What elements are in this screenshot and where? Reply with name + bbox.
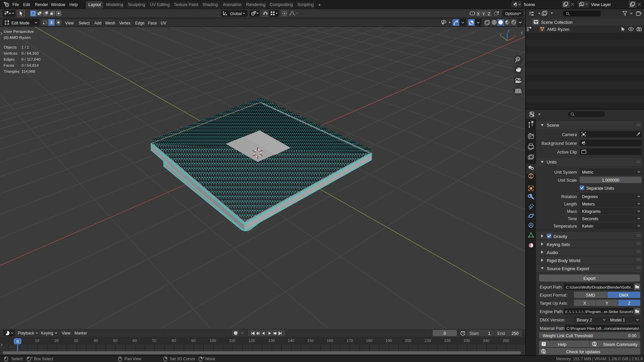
svg-text:y: y <box>500 33 501 37</box>
svg-text:z: z <box>508 29 509 33</box>
svg-text:x: x <box>514 34 516 38</box>
svg-text:?: ? <box>543 342 545 346</box>
